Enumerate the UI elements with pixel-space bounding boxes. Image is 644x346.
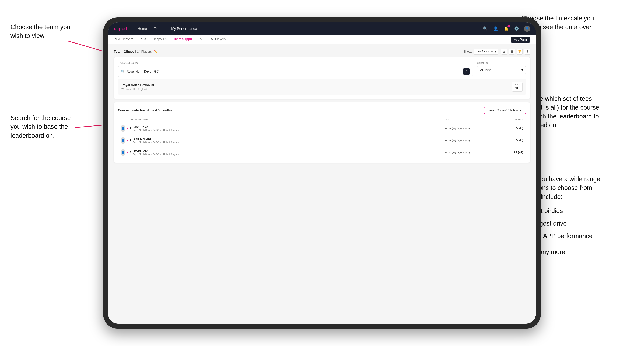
course-name: Royal North Devon GC [122, 83, 156, 87]
find-course-label: Find a Golf Course [118, 61, 473, 64]
search-icon[interactable]: 🔍 [482, 25, 488, 32]
subnav-pga[interactable]: PGA [140, 37, 146, 42]
nav-teams[interactable]: Teams [154, 27, 164, 31]
team-header: Team Clippd | 14 Players ✏️ Show: Last 3… [114, 49, 530, 54]
col-tee: TEE [444, 118, 497, 121]
holes-badge: Holes 18 [512, 82, 522, 92]
annotation-choose-team: Choose the team you wish to view. [10, 23, 70, 40]
holes-label: Holes [514, 83, 520, 86]
tee-dropdown[interactable]: All Tees ▾ [477, 66, 526, 74]
chevron-down-icon: ▾ [522, 68, 523, 72]
settings-icon[interactable]: ⚙️ [514, 25, 520, 32]
heart-icon: ♥ [127, 127, 128, 130]
subnav-hcaps[interactable]: Hcaps 1-5 [152, 37, 167, 42]
course-result: Royal North Devon GC Westward Hol, Engla… [118, 79, 526, 95]
team-title: Team Clippd [114, 50, 134, 54]
player-info: Josh Coles Royal North Devon Golf Club, … [131, 125, 444, 131]
bell-icon[interactable]: 🔔 [503, 25, 509, 32]
navbar: clippd Home Teams My Performance 🔍 👤 🔔 ⚙… [108, 22, 536, 35]
player-info: Blair McHarg Royal North Devon Golf Club… [131, 137, 444, 144]
view-icons: ⊞ ☰ 🏆 ⬇ [501, 49, 530, 54]
rank-col: 👤 ♥ 1 [121, 137, 131, 144]
subnav-team-clippd[interactable]: Team Clippd [173, 37, 192, 42]
edit-icon[interactable]: ✏️ [154, 50, 158, 53]
ipad-screen: clippd Home Teams My Performance 🔍 👤 🔔 ⚙… [108, 22, 536, 324]
timescale-dropdown[interactable]: Last 3 months ▾ [474, 49, 498, 54]
people-icon[interactable]: 👤 [492, 25, 499, 32]
col-rank [121, 118, 131, 121]
search-value: Royal North Devon GC [126, 70, 457, 73]
favorite-button[interactable]: ☆ [463, 68, 470, 75]
course-search-input[interactable]: 🔍 Royal North Devon GC ✕ ☆ [118, 66, 473, 77]
table-row: 👤 ♥ 1 Blair McHarg Royal North Devon Gol… [118, 134, 526, 147]
table-header: PLAYER NAME TEE SCORE [118, 117, 526, 122]
leaderboard-table: PLAYER NAME TEE SCORE 👤 ♥ 1 Josh Coles [118, 117, 526, 158]
search-icon: 🔍 [121, 70, 125, 73]
list-view-button[interactable]: ☰ [509, 49, 515, 54]
col-score: SCORE [497, 118, 523, 121]
show-label: Show: Last 3 months ▾ [463, 49, 498, 54]
sub-navbar: PGAT Players PGA Hcaps 1-5 Team Clippd T… [108, 35, 536, 44]
avatar: 👤 [121, 149, 125, 156]
avatar: 👤 [121, 137, 125, 144]
trophy-view-button[interactable]: 🏆 [516, 49, 522, 54]
col-player: PLAYER NAME [131, 118, 444, 121]
table-row: 👤 ♥ 1 Josh Coles Royal North Devon Golf … [118, 122, 526, 134]
main-content: Team Clippd | 14 Players ✏️ Show: Last 3… [108, 44, 536, 170]
player-info: David Ford Royal North Devon Golf Club, … [131, 149, 444, 156]
clear-search-button[interactable]: ✕ [459, 70, 461, 73]
download-button[interactable]: ⬇ [524, 49, 530, 54]
notification-badge [508, 25, 510, 27]
nav-home[interactable]: Home [138, 27, 147, 31]
avatar: 👤 [121, 125, 125, 132]
table-row: 👤 ♥ 3 David Ford Royal North Devon Golf … [118, 147, 526, 158]
course-search-card: Find a Golf Course 🔍 Royal North Devon G… [114, 57, 530, 99]
app-logo: clippd [114, 26, 127, 31]
select-tee-label: Select Tee [477, 61, 526, 64]
team-count: | 14 Players [135, 50, 152, 53]
course-location: Westward Hol, England [122, 88, 156, 91]
rank-col: 👤 ♥ 1 [121, 125, 131, 132]
leaderboard-title: Course Leaderboard, Last 3 months [118, 109, 172, 112]
heart-icon: ♥ [127, 151, 128, 154]
tee-value: All Tees [480, 68, 491, 72]
add-team-button[interactable]: Add Team [511, 37, 530, 43]
avatar[interactable]: 👤 [524, 25, 530, 32]
leaderboard-card: Course Leaderboard, Last 3 months Lowest… [114, 102, 530, 163]
chevron-down-icon: ▾ [495, 50, 496, 53]
score-filter-dropdown[interactable]: Lowest Score (18 holes) ▾ [484, 107, 526, 114]
rank-col: 👤 ♥ 3 [121, 149, 131, 156]
subnav-pgat[interactable]: PGAT Players [114, 37, 133, 42]
subnav-all-players[interactable]: All Players [211, 37, 226, 42]
ipad-frame: clippd Home Teams My Performance 🔍 👤 🔔 ⚙… [103, 17, 541, 329]
leaderboard-header: Course Leaderboard, Last 3 months Lowest… [118, 107, 526, 114]
heart-icon: ♥ [127, 139, 128, 142]
holes-value: 18 [514, 86, 520, 90]
grid-view-button[interactable]: ⊞ [501, 49, 507, 54]
chevron-down-icon: ▾ [520, 109, 521, 112]
nav-my-performance[interactable]: My Performance [171, 27, 197, 31]
subnav-tour[interactable]: Tour [198, 37, 204, 42]
score-filter-value: Lowest Score (18 holes) [488, 109, 518, 112]
tee-section: Select Tee All Tees ▾ [477, 61, 526, 74]
annotation-search-course: Search for the course you wish to base t… [10, 114, 71, 140]
